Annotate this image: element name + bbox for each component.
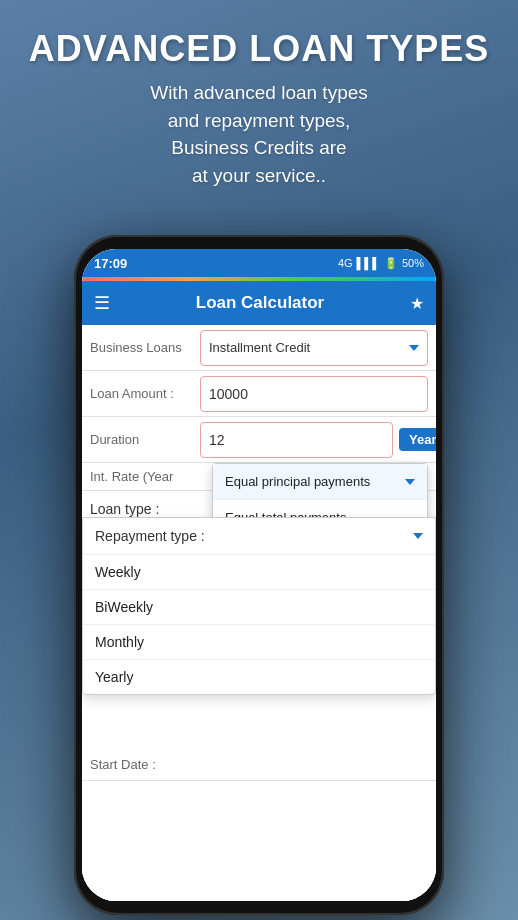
duration-row: Duration Years bbox=[82, 417, 436, 463]
phone-content: 17:09 4G ▌▌▌ 🔋 50% ☰ Loan Calculator ★ bbox=[82, 249, 436, 901]
app-bar-title: Loan Calculator bbox=[120, 293, 400, 313]
bars-icon: ▌▌▌ bbox=[357, 257, 380, 269]
bottom-area bbox=[82, 801, 436, 901]
repayment-chevron-icon bbox=[413, 533, 423, 539]
repayment-option-weekly-label: Weekly bbox=[95, 564, 141, 580]
repayment-type-label: Repayment type : bbox=[95, 528, 225, 544]
repayment-option-monthly[interactable]: Monthly bbox=[83, 625, 435, 660]
int-rate-label: Int. Rate (Year bbox=[90, 469, 200, 484]
loan-type-select[interactable]: Installment Credit bbox=[200, 330, 428, 366]
loan-type-label: Business Loans bbox=[90, 340, 200, 355]
page-title: ADVANCED LOAN TYPES bbox=[20, 28, 498, 69]
phone-mockup: 17:09 4G ▌▌▌ 🔋 50% ☰ Loan Calculator ★ bbox=[74, 235, 444, 915]
header-section: ADVANCED LOAN TYPES With advanced loan t… bbox=[0, 0, 518, 208]
menu-icon[interactable]: ☰ bbox=[94, 294, 110, 312]
loan-type-option-1[interactable]: Equal principal payments bbox=[213, 464, 427, 500]
repayment-header: Repayment type : bbox=[83, 518, 435, 555]
phone-screen: 17:09 4G ▌▌▌ 🔋 50% ☰ Loan Calculator ★ bbox=[82, 249, 436, 901]
chevron-down-icon bbox=[409, 345, 419, 351]
repayment-option-yearly-label: Yearly bbox=[95, 669, 133, 685]
phone-outer: 17:09 4G ▌▌▌ 🔋 50% ☰ Loan Calculator ★ bbox=[74, 235, 444, 915]
loan-amount-input[interactable] bbox=[200, 376, 428, 412]
battery-percent: 50% bbox=[402, 257, 424, 269]
dropdown-chevron-icon bbox=[405, 479, 415, 485]
repayment-select-row bbox=[225, 533, 423, 539]
repayment-option-biweekly[interactable]: BiWeekly bbox=[83, 590, 435, 625]
start-date-row: Start Date : bbox=[82, 749, 436, 781]
repayment-dropdown[interactable]: Repayment type : Weekly BiWeekly bbox=[82, 517, 436, 695]
loan-type-row-label: Loan type : bbox=[90, 501, 200, 517]
status-time: 17:09 bbox=[94, 256, 127, 271]
int-rate-row: Int. Rate (Year Equal principal payments… bbox=[82, 463, 436, 491]
loan-amount-label: Loan Amount : bbox=[90, 386, 200, 401]
battery-icon: 🔋 bbox=[384, 257, 398, 270]
loan-amount-row: Loan Amount : bbox=[82, 371, 436, 417]
bookmark-icon[interactable]: ★ bbox=[410, 294, 424, 313]
repayment-options: Weekly BiWeekly Monthly Yearly bbox=[83, 555, 435, 694]
main-form: Business Loans Installment Credit Loan A… bbox=[82, 325, 436, 901]
loan-type-value: Installment Credit bbox=[209, 340, 310, 355]
repayment-option-weekly[interactable]: Weekly bbox=[83, 555, 435, 590]
status-bar: 17:09 4G ▌▌▌ 🔋 50% bbox=[82, 249, 436, 277]
app-bar: ☰ Loan Calculator ★ bbox=[82, 281, 436, 325]
repayment-option-yearly[interactable]: Yearly bbox=[83, 660, 435, 694]
duration-input[interactable] bbox=[200, 422, 393, 458]
start-date-label: Start Date : bbox=[90, 757, 200, 772]
years-badge[interactable]: Years bbox=[399, 428, 436, 451]
loan-type-row: Business Loans Installment Credit bbox=[82, 325, 436, 371]
repayment-option-biweekly-label: BiWeekly bbox=[95, 599, 153, 615]
page-subtitle: With advanced loan types and repayment t… bbox=[20, 79, 498, 189]
duration-label: Duration bbox=[90, 432, 200, 447]
loan-type-option-1-label: Equal principal payments bbox=[225, 474, 370, 489]
repayment-option-monthly-label: Monthly bbox=[95, 634, 144, 650]
status-icons: 4G ▌▌▌ 🔋 50% bbox=[338, 257, 424, 270]
signal-icon: 4G bbox=[338, 257, 353, 269]
